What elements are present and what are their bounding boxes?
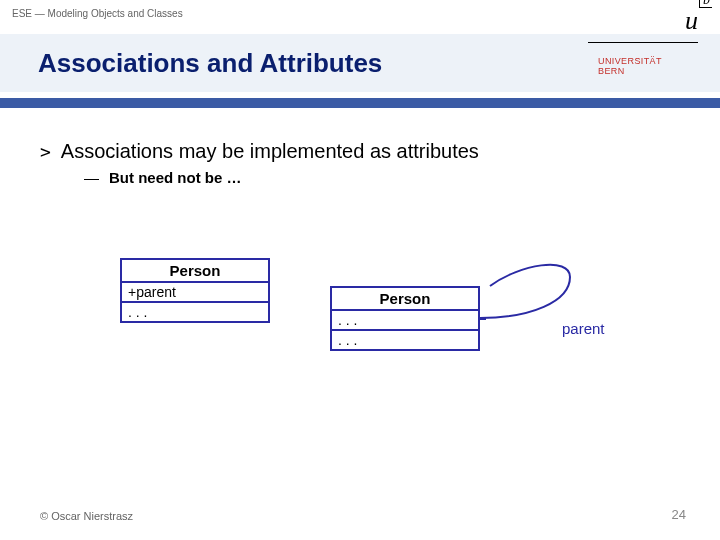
university-label: UNIVERSITÄT BERN xyxy=(598,56,698,76)
footer-copyright: © Oscar Nierstrasz xyxy=(40,510,133,522)
university-label-line1: UNIVERSITÄT xyxy=(598,56,698,66)
logo-u-glyph: u xyxy=(685,6,698,35)
bullet-level2: —But need not be … xyxy=(84,169,680,186)
dash-marker-icon: — xyxy=(84,169,99,186)
accent-bar xyxy=(0,98,720,108)
uml-class-name: Person xyxy=(122,260,268,283)
uml-diagram: Person +parent . . . Person . . . . . . … xyxy=(120,258,640,418)
uml-class-name: Person xyxy=(332,288,478,311)
uml-operations: . . . xyxy=(122,303,268,321)
footer-page-number: 24 xyxy=(672,507,686,522)
bullet-marker-icon: > xyxy=(40,141,51,162)
slide-title: Associations and Attributes xyxy=(38,48,382,79)
uml-class-person-assoc: Person . . . . . . xyxy=(330,286,480,351)
uml-class-person-attr: Person +parent . . . xyxy=(120,258,270,323)
u-b-icon: u b xyxy=(685,6,698,36)
uml-operations: . . . xyxy=(332,331,478,349)
university-logo: u b xyxy=(588,6,698,36)
logo-b-glyph: b xyxy=(699,0,712,8)
header-breadcrumb: ESE — Modeling Objects and Classes xyxy=(12,8,183,19)
association-line xyxy=(480,318,486,320)
self-association-icon xyxy=(470,262,650,382)
slide: ESE — Modeling Objects and Classes Assoc… xyxy=(0,0,720,540)
uml-attributes: . . . xyxy=(332,311,478,331)
uml-attribute: +parent xyxy=(122,283,268,303)
logo-separator xyxy=(588,42,698,43)
university-label-line2: BERN xyxy=(598,66,698,76)
association-role-label: parent xyxy=(562,320,605,337)
bullet-level1-text: Associations may be implemented as attri… xyxy=(61,140,479,162)
bullet-level2-text: But need not be … xyxy=(109,169,242,186)
bullet-level1: >Associations may be implemented as attr… xyxy=(40,140,680,163)
logo-b-box: b xyxy=(699,0,712,8)
content-area: >Associations may be implemented as attr… xyxy=(40,140,680,186)
